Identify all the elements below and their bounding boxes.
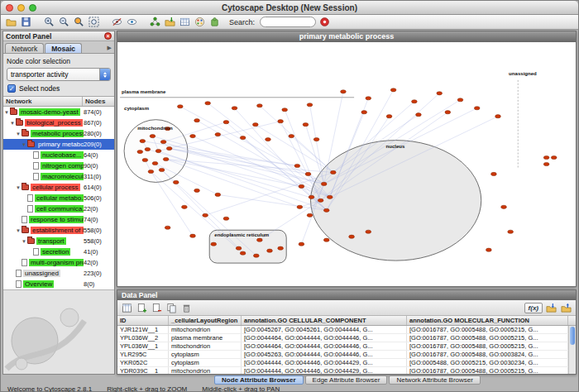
expander-icon[interactable]: ▼	[21, 142, 27, 147]
network-node[interactable]	[299, 184, 304, 188]
network-node[interactable]	[150, 135, 156, 138]
function-builder-button[interactable]: f(x)	[524, 303, 543, 313]
column-header[interactable]: _cellularLayoutRegion	[169, 316, 242, 325]
network-node[interactable]	[445, 111, 451, 114]
network-node[interactable]	[366, 97, 371, 100]
network-node[interactable]	[474, 107, 480, 110]
export-attributes-file-icon[interactable]	[560, 302, 572, 314]
tab-network-attribute-browser[interactable]: Network Attribute Browser	[389, 375, 480, 385]
network-node[interactable]	[137, 150, 143, 153]
network-node[interactable]	[323, 208, 329, 212]
expander-icon[interactable]: ▼	[15, 185, 22, 190]
network-node[interactable]	[309, 195, 314, 198]
network-node[interactable]	[307, 213, 313, 217]
import-network-icon[interactable]	[164, 16, 176, 28]
data-panel-title[interactable]: Data Panel	[117, 290, 576, 300]
maximize-button[interactable]	[29, 4, 36, 12]
network-node[interactable]	[307, 103, 313, 107]
tab-scroll-right-icon[interactable]: ▶	[108, 45, 114, 53]
table-row[interactable]: YLR295Ccytoplasm[GO:0045263, GO:0044444,…	[117, 351, 568, 359]
tree-item[interactable]: cellular metabo...506(0)	[3, 193, 114, 203]
network-node[interactable]	[211, 242, 217, 246]
expander-icon[interactable]: ▼	[3, 110, 10, 115]
network-node[interactable]	[152, 161, 158, 165]
network-node[interactable]	[282, 108, 288, 112]
error-console-icon[interactable]	[318, 16, 331, 28]
hide-selected-icon[interactable]	[111, 16, 123, 28]
network-node[interactable]	[223, 121, 229, 124]
tree-item[interactable]: unassigned223(0)	[3, 268, 114, 279]
network-node[interactable]	[303, 123, 309, 127]
network-node[interactable]	[148, 170, 154, 173]
save-session-icon[interactable]	[20, 16, 32, 28]
network-edge[interactable]	[151, 171, 242, 253]
network-node[interactable]	[240, 136, 246, 140]
network-node[interactable]	[142, 158, 148, 161]
zoom-out-icon[interactable]	[58, 16, 70, 28]
minimize-button[interactable]	[17, 4, 25, 12]
tree-item[interactable]: ▼primary metabo...209(0)	[3, 139, 114, 150]
close-button[interactable]	[6, 4, 13, 12]
network-node[interactable]	[253, 254, 259, 257]
tree-column-nodes[interactable]: Nodes	[83, 97, 114, 106]
network-node[interactable]	[278, 246, 284, 250]
import-attributes-file-icon[interactable]	[545, 302, 557, 314]
search-input[interactable]	[260, 17, 316, 27]
network-node[interactable]	[457, 98, 463, 102]
network-node[interactable]	[321, 182, 327, 185]
tree-item[interactable]: ▼establishment of lo...558(0)	[3, 225, 114, 236]
network-node[interactable]	[366, 230, 371, 233]
network-node[interactable]	[215, 193, 221, 196]
network-node[interactable]	[349, 235, 355, 238]
network-node[interactable]	[278, 120, 284, 123]
node-color-dropdown[interactable]: transporter activity	[7, 68, 111, 81]
network-node[interactable]	[330, 170, 336, 174]
network-node[interactable]	[495, 115, 501, 118]
close-panel-icon[interactable]: ×	[104, 32, 112, 40]
tab-node-attribute-browser[interactable]: Node Attribute Browser	[214, 375, 304, 385]
network-node[interactable]	[205, 102, 211, 105]
table-row[interactable]: YPL036W__1mitochondrion[GO:0044464, GO:0…	[117, 342, 568, 351]
table-row[interactable]: YPL036W__2plasma membrane[GO:0044464, GO…	[117, 334, 568, 342]
network-node[interactable]	[318, 198, 323, 202]
network-node[interactable]	[491, 172, 497, 175]
network-edge[interactable]	[180, 107, 324, 184]
tab-edge-attribute-browser[interactable]: Edge Attribute Browser	[305, 375, 388, 385]
import-attributes-icon[interactable]	[179, 16, 191, 28]
network-edge[interactable]	[151, 171, 193, 236]
column-header[interactable]: annotation.GO CELLULAR_COMPONENT	[242, 316, 407, 325]
network-node[interactable]	[223, 217, 229, 220]
network-node[interactable]	[165, 226, 170, 229]
trash-icon[interactable]	[180, 302, 193, 314]
network-node[interactable]	[194, 189, 200, 192]
network-node[interactable]	[386, 115, 392, 118]
network-node[interactable]	[215, 133, 221, 136]
tab-mosaic[interactable]: Mosaic	[45, 43, 82, 53]
table-scrollbar[interactable]	[568, 326, 576, 374]
expander-icon[interactable]: ▼	[21, 239, 27, 244]
show-all-icon[interactable]	[126, 16, 138, 28]
zoom-selected-icon[interactable]	[73, 16, 85, 28]
tree-item[interactable]: nucleobase...64(0)	[3, 150, 114, 160]
network-node[interactable]	[236, 246, 242, 250]
network-node[interactable]	[361, 111, 367, 114]
network-node[interactable]	[166, 146, 172, 150]
network-node[interactable]	[266, 138, 271, 141]
network-node[interactable]	[390, 88, 396, 92]
network-node[interactable]	[160, 140, 166, 143]
tree-item[interactable]: ▼biological_process867(0)	[3, 117, 114, 128]
network-node[interactable]	[412, 100, 418, 103]
network-edge[interactable]	[243, 138, 327, 211]
network-node[interactable]	[543, 162, 549, 165]
network-node[interactable]	[257, 238, 263, 241]
network-edge[interactable]	[193, 136, 330, 198]
network-node[interactable]	[182, 205, 188, 208]
network-node[interactable]	[551, 155, 557, 159]
scrollbar-thumb[interactable]	[570, 327, 575, 345]
network-node[interactable]	[501, 205, 507, 208]
network-node[interactable]	[194, 119, 200, 122]
network-node[interactable]	[190, 234, 196, 237]
tree-item[interactable]: multi-organism pro...42(0)	[3, 257, 114, 268]
plugins-icon[interactable]	[208, 16, 221, 28]
tree-item[interactable]: macromolecule...311(0)	[3, 171, 114, 182]
